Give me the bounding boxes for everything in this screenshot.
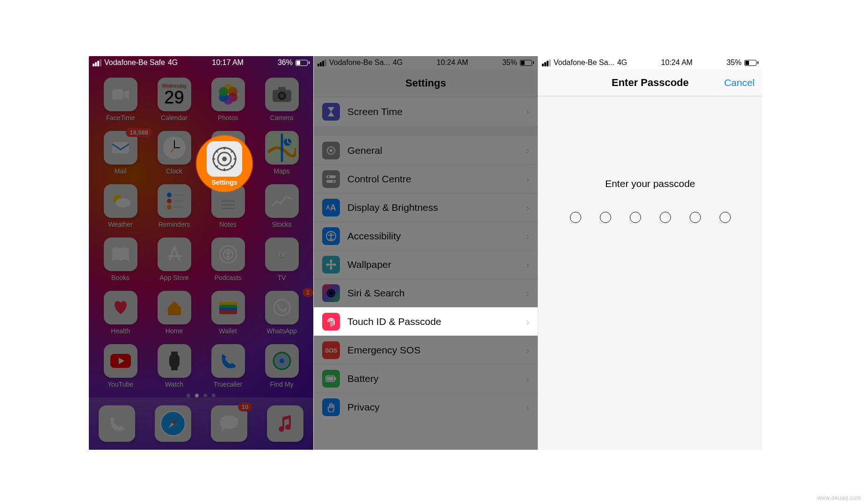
youtube-icon: [104, 344, 137, 378]
screenshot-settings-list: Vodafone-Be Sa... 4G 10:24 AM 35% Settin…: [313, 56, 538, 450]
app-truecaller[interactable]: Truecaller: [201, 344, 255, 388]
passcode-prompt: Enter your passcode: [605, 178, 695, 189]
svg-point-25: [167, 205, 172, 209]
app-youtube[interactable]: YouTube: [94, 344, 147, 388]
clock-label: 10:24 AM: [661, 58, 693, 66]
app-tv[interactable]: tvTV: [255, 238, 309, 281]
app-label: FaceTime: [106, 114, 135, 122]
svg-rect-10: [278, 87, 286, 91]
row-label: Siri & Search: [347, 288, 519, 299]
battery-pct-label: 35%: [727, 58, 742, 67]
books-icon: [104, 238, 137, 271]
row-label: Battery: [347, 373, 519, 384]
chevron-right-icon: ›: [526, 288, 529, 299]
watch-icon: [158, 344, 191, 378]
row-control-centre[interactable]: Control Centre›: [314, 165, 538, 193]
app-clock[interactable]: Clock: [147, 131, 201, 175]
chevron-right-icon: ›: [526, 345, 529, 356]
app-weather[interactable]: Weather: [94, 184, 147, 228]
app-label: YouTube: [108, 381, 133, 388]
row-label: Privacy: [347, 402, 519, 413]
row-wallpaper[interactable]: Wallpaper›: [314, 250, 538, 279]
row-label: Control Centre: [347, 173, 519, 185]
chevron-right-icon: ›: [526, 174, 529, 185]
network-label: 4G: [617, 58, 627, 67]
svg-rect-77: [335, 377, 336, 380]
dock-messages[interactable]: 10: [211, 405, 247, 442]
status-bar: Vodafone-Be Sa... 4G 10:24 AM 35%: [538, 56, 762, 69]
podcasts-icon: [211, 238, 245, 271]
passcode-dot: [660, 212, 671, 223]
home-icon: [158, 291, 191, 324]
app-label: App Store: [159, 274, 188, 281]
app-label: WhatsApp: [267, 327, 297, 335]
app-appstore[interactable]: App Store: [147, 238, 201, 281]
accessibility-icon: [322, 227, 340, 245]
app-label: Stocks: [272, 221, 291, 228]
row-general[interactable]: General›: [314, 136, 538, 165]
app-home[interactable]: Home: [147, 291, 201, 335]
app-findmy[interactable]: Find My: [255, 344, 309, 388]
app-stocks[interactable]: Stocks: [255, 184, 309, 228]
settings-icon: [207, 141, 242, 177]
annotation-highlight-settings: Settings: [196, 136, 252, 192]
dock-music[interactable]: [267, 405, 303, 442]
stocks-icon: [265, 184, 299, 218]
row-display-brightness[interactable]: AA Display & Brightness›: [314, 193, 538, 222]
row-emergency-sos[interactable]: SOS Emergency SOS›: [314, 336, 538, 364]
app-label: Home: [166, 327, 183, 335]
page-indicator[interactable]: [89, 394, 313, 397]
row-privacy[interactable]: Privacy›: [314, 393, 538, 421]
row-label: Accessibility: [347, 230, 519, 242]
svg-rect-41: [169, 354, 180, 367]
row-touch-id-passcode[interactable]: Touch ID & Passcode›: [314, 307, 538, 336]
app-photos[interactable]: Photos: [201, 78, 255, 122]
safari-icon: [155, 405, 191, 442]
battery-pct-label: 35%: [502, 58, 517, 67]
app-health[interactable]: Health: [94, 291, 147, 335]
app-mail[interactable]: 18,588Mail: [94, 131, 147, 175]
app-calendar[interactable]: Wednesday29Calendar: [147, 78, 201, 122]
clock-icon: [158, 131, 191, 165]
app-maps[interactable]: Maps: [255, 131, 309, 175]
app-books[interactable]: Books: [94, 238, 147, 281]
dock-phone[interactable]: [99, 405, 135, 442]
flower-icon: [322, 256, 340, 274]
app-podcasts[interactable]: Podcasts: [201, 238, 255, 281]
app-label: Calendar: [161, 114, 187, 122]
row-accessibility[interactable]: Accessibility›: [314, 222, 538, 250]
findmy-icon: [265, 344, 299, 378]
facetime-icon: [104, 78, 137, 111]
settings-list[interactable]: Screen Time › General› Control Centre› A…: [314, 97, 538, 421]
carrier-label: Vodafone-Be Sa...: [329, 58, 390, 67]
notification-badge: 1: [303, 288, 313, 297]
tv-icon: tv: [265, 238, 299, 271]
fingerprint-icon: [322, 313, 340, 331]
row-screen-time[interactable]: Screen Time ›: [314, 97, 538, 126]
svg-point-64: [328, 176, 330, 178]
row-siri-search[interactable]: Siri & Search›: [314, 279, 538, 307]
watermark: www.deuaq.com: [817, 495, 861, 501]
app-facetime[interactable]: FaceTime: [94, 78, 147, 122]
clock-label: 10:24 AM: [437, 58, 469, 66]
app-label: Notes: [219, 221, 237, 228]
app-reminders[interactable]: Reminders: [147, 184, 201, 228]
app-watch[interactable]: Watch: [147, 344, 201, 388]
dock-safari[interactable]: [155, 405, 191, 442]
svg-point-34: [226, 251, 230, 255]
app-wallet[interactable]: Wallet: [201, 291, 255, 335]
app-camera[interactable]: Camera: [255, 78, 309, 122]
passcode-dot: [600, 212, 611, 223]
cancel-button[interactable]: Cancel: [724, 77, 755, 88]
weather-icon: [104, 184, 137, 218]
reminders-icon: [158, 184, 191, 218]
maps-icon: [265, 131, 299, 165]
phone-icon: [99, 405, 135, 442]
tutorial-triptych: Vodafone-Be Safe 4G 10:17 AM 36% FaceTim…: [89, 56, 762, 450]
app-whatsapp[interactable]: 1WhatsApp: [255, 291, 309, 335]
svg-rect-43: [171, 367, 178, 370]
row-battery[interactable]: Battery›: [314, 364, 538, 393]
app-label: Podcasts: [215, 274, 242, 281]
svg-rect-0: [112, 89, 123, 100]
passcode-dot: [630, 212, 641, 223]
